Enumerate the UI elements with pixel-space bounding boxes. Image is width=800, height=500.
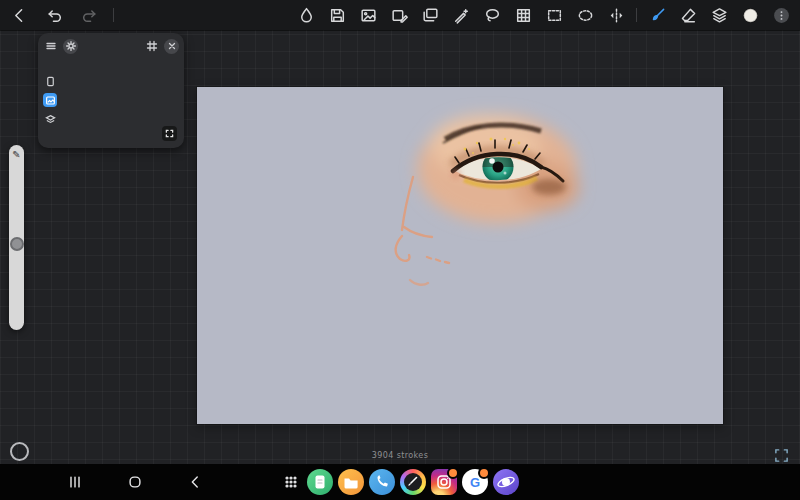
symmetry-icon[interactable] — [605, 4, 627, 26]
system-nav-buttons — [64, 471, 206, 493]
painting — [197, 87, 723, 424]
reference-panel — [38, 33, 184, 148]
drawing-canvas[interactable] — [197, 87, 723, 424]
toolbar-divider — [636, 8, 637, 22]
toolbar-right-group — [295, 4, 792, 26]
top-toolbar — [0, 0, 800, 30]
nav-back-icon[interactable] — [184, 471, 206, 493]
reference-panel-body — [42, 54, 179, 143]
edit-image-icon[interactable] — [388, 4, 410, 26]
import-image-icon[interactable] — [357, 4, 379, 26]
dock-apps: G — [280, 469, 519, 495]
image-mode-icon[interactable] — [43, 93, 57, 107]
panel-layers-icon[interactable] — [43, 112, 57, 126]
instagram-app-icon[interactable] — [431, 469, 457, 495]
eraser-icon[interactable] — [677, 4, 699, 26]
grid-icon[interactable] — [512, 4, 534, 26]
overflow-menu-icon[interactable] — [770, 4, 792, 26]
google-app-icon[interactable]: G — [462, 469, 488, 495]
notes-app-icon[interactable] — [307, 469, 333, 495]
phone-app-icon[interactable] — [369, 469, 395, 495]
panel-close-icon[interactable] — [164, 39, 179, 54]
strokes-counter: 3904 strokes — [0, 451, 800, 460]
pencil-icon: ✎ — [9, 150, 24, 160]
fullscreen-icon[interactable] — [772, 446, 790, 464]
redo-icon[interactable] — [78, 4, 100, 26]
slider-knob[interactable] — [10, 237, 24, 251]
lasso-icon[interactable] — [481, 4, 503, 26]
notification-badge — [478, 467, 490, 479]
rect-select-icon[interactable] — [543, 4, 565, 26]
toolbar-divider — [113, 8, 114, 22]
reference-side-rail — [42, 54, 58, 143]
device-icon[interactable] — [43, 74, 57, 88]
notification-badge — [447, 467, 459, 479]
fluid-icon[interactable] — [295, 4, 317, 26]
infinite-painter-app-icon[interactable] — [400, 469, 426, 495]
app-root: ✎ 3904 strokes G — [0, 0, 800, 500]
panel-settings-icon[interactable] — [63, 39, 78, 54]
reference-image[interactable] — [61, 54, 179, 143]
panel-menu-icon[interactable] — [43, 39, 58, 54]
recents-icon[interactable] — [64, 471, 86, 493]
gallery-stack-icon[interactable] — [419, 4, 441, 26]
reference-panel-header — [38, 33, 184, 56]
app-grid-icon[interactable] — [280, 471, 302, 493]
my-files-app-icon[interactable] — [338, 469, 364, 495]
system-nav-bar: G — [0, 464, 800, 500]
home-icon[interactable] — [124, 471, 146, 493]
undo-icon[interactable] — [43, 4, 65, 26]
reference-expand-icon[interactable] — [162, 126, 177, 141]
ellipse-select-icon[interactable] — [574, 4, 596, 26]
panel-grid-icon[interactable] — [144, 39, 159, 54]
save-icon[interactable] — [326, 4, 348, 26]
layers-icon[interactable] — [708, 4, 730, 26]
color-swatch-icon[interactable] — [739, 4, 761, 26]
back-icon[interactable] — [8, 4, 30, 26]
magic-pen-icon[interactable] — [450, 4, 472, 26]
toolbar-left-group — [8, 4, 114, 26]
brush-icon[interactable] — [646, 4, 668, 26]
google-letter: G — [470, 476, 480, 489]
samsung-internet-app-icon[interactable] — [493, 469, 519, 495]
brush-size-slider[interactable]: ✎ — [9, 145, 24, 330]
